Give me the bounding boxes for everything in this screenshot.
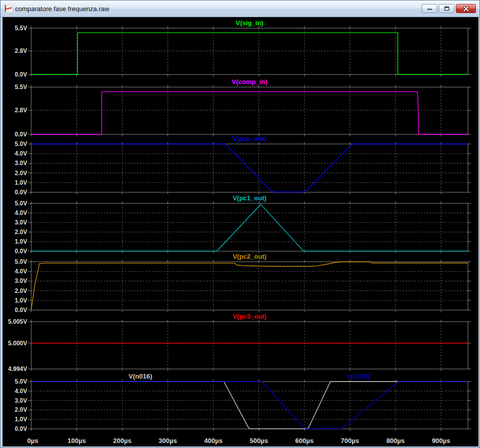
y-axis-label: 2.8V (15, 107, 27, 114)
y-axis-label: 4.0V (15, 388, 27, 395)
waveform-client-area: 5.5V2.8V0.0VV(sig_in)5.5V2.8V0.0VV(comp_… (3, 17, 478, 446)
y-axis-label: 3.0V (15, 160, 27, 167)
y-axis-label: 2.0V (15, 229, 27, 236)
x-axis-label: 700µs (341, 437, 359, 444)
title-bar[interactable]: comparatore fase frequenza.raw (1, 1, 479, 17)
trace-label-pc2_out[interactable]: V(pc2_out) (232, 253, 266, 260)
restore-icon (444, 6, 450, 11)
x-axis-label: 800µs (386, 437, 405, 444)
y-axis-label: 1.0V (15, 297, 27, 304)
y-axis-label: 2.8V (15, 47, 27, 54)
y-axis-label: 2.0V (15, 406, 27, 413)
window-controls (420, 4, 476, 13)
y-axis-label: 5.000V (8, 340, 27, 347)
trace-label-n016_n012[interactable]: V(n012) (347, 372, 370, 380)
y-axis-label: 1.0V (15, 238, 27, 245)
trace-label-pcp_out[interactable]: V(pcp_out) (232, 135, 267, 142)
app-window: comparatore fase frequenza.raw (0, 0, 480, 448)
waveform-app-icon (4, 5, 13, 13)
y-axis-label: 0.0V (15, 248, 27, 255)
trace-label-sig_in[interactable]: V(sig_in) (236, 19, 264, 27)
y-axis-label: 1.0V (15, 416, 27, 423)
y-axis-label: 5.5V (15, 25, 27, 32)
x-axis-label: 100µs (67, 437, 86, 444)
y-axis-label: 5.0V (15, 140, 27, 147)
y-axis-label: 5.0V (15, 378, 27, 385)
y-axis-label: 4.994V (8, 365, 27, 372)
x-axis-label: 600µs (295, 437, 313, 444)
y-axis-label: 4.0V (15, 209, 27, 216)
minimize-button[interactable] (422, 4, 437, 13)
y-axis-label: 2.0V (15, 287, 27, 294)
window-title: comparatore fase frequenza.raw (15, 5, 420, 13)
y-axis-label: 3.0V (15, 277, 27, 284)
x-axis-label: 500µs (250, 437, 268, 444)
trace-label-n016_n012[interactable]: V(n016) (129, 372, 152, 380)
minimize-icon (427, 7, 433, 11)
y-axis-label: 3.0V (15, 219, 27, 226)
y-axis-label: 4.0V (15, 150, 27, 157)
y-axis-label: 0.0V (15, 131, 27, 138)
y-axis-label: 0.0V (15, 425, 27, 432)
y-axis-label: 0.0V (15, 71, 27, 78)
x-axis-label: 0µs (27, 437, 38, 444)
trace-label-pc3_out[interactable]: V(pc3_out) (232, 313, 266, 320)
y-axis-label: 5.005V (8, 318, 27, 325)
close-icon (463, 6, 469, 12)
y-axis-label: 1.0V (15, 179, 27, 186)
x-axis-label: 200µs (113, 437, 131, 444)
y-axis-label: 0.0V (15, 189, 27, 196)
trace-label-pc1_out[interactable]: V(pc1_out) (232, 194, 266, 202)
close-button[interactable] (456, 4, 476, 13)
x-axis-label: 900µs (432, 437, 450, 444)
y-axis-label: 0.0V (15, 307, 27, 314)
y-axis-label: 4.0V (15, 268, 27, 275)
waveform-plot[interactable]: 5.5V2.8V0.0VV(sig_in)5.5V2.8V0.0VV(comp_… (3, 17, 478, 446)
y-axis-label: 5.0V (15, 258, 27, 265)
y-axis-label: 3.0V (15, 397, 27, 404)
y-axis-label: 5.5V (15, 84, 27, 91)
trace-label-comp_in[interactable]: V(comp_in) (232, 78, 268, 86)
x-axis-label: 300µs (158, 437, 177, 444)
x-axis-label: 400µs (204, 437, 222, 444)
restore-button[interactable] (439, 4, 454, 13)
y-axis-label: 5.0V (15, 200, 27, 207)
y-axis-label: 2.0V (15, 170, 27, 177)
